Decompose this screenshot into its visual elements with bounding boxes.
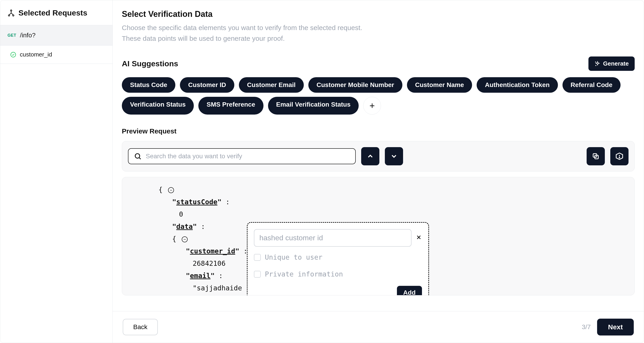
sidebar-header: Selected Requests xyxy=(0,0,112,25)
back-button[interactable]: Back xyxy=(123,319,158,335)
chip[interactable]: Customer ID xyxy=(180,77,234,93)
chip[interactable]: Authentication Token xyxy=(476,77,558,93)
chip[interactable]: Customer Email xyxy=(239,77,304,93)
subtitle-line-1: Choose the specific data elements you wa… xyxy=(122,24,362,32)
checkbox[interactable] xyxy=(254,254,261,261)
sidebar-title: Selected Requests xyxy=(18,8,87,17)
sidebar: Selected Requests GET /info? customer_id xyxy=(0,0,113,343)
step-indicator: 3/7 xyxy=(582,324,591,331)
check-circle-icon xyxy=(10,52,16,58)
chevron-down-icon xyxy=(390,152,398,160)
unique-label: Unique to user xyxy=(265,251,322,264)
unique-checkbox-row[interactable]: Unique to user xyxy=(254,251,422,264)
suggestions-header: AI Suggestions Generate xyxy=(122,56,635,71)
chip[interactable]: Verification Status xyxy=(122,97,194,114)
chevron-up-icon xyxy=(366,152,374,160)
svg-point-0 xyxy=(10,10,12,11)
search-input[interactable] xyxy=(146,152,350,160)
svg-point-4 xyxy=(135,154,140,158)
add-field-popover: Unique to user Private information Add xyxy=(247,222,429,296)
close-icon xyxy=(416,234,422,240)
close-button[interactable] xyxy=(416,234,422,242)
suggestion-chips: Status Code Customer ID Customer Email C… xyxy=(122,77,635,114)
request-row[interactable]: GET /info? xyxy=(0,25,112,46)
info-button[interactable] xyxy=(610,147,628,165)
chip[interactable]: Referral Code xyxy=(562,77,621,93)
chip[interactable]: SMS Preference xyxy=(198,97,263,114)
chip[interactable]: Email Verification Status xyxy=(268,97,359,114)
svg-point-8 xyxy=(619,158,620,158)
selected-field-name: customer_id xyxy=(20,51,52,58)
private-label: Private information xyxy=(265,268,343,280)
subtitle-line-2: These data points will be used to genera… xyxy=(122,34,285,42)
next-match-button[interactable] xyxy=(385,147,403,165)
json-line[interactable]: "statusCode" : xyxy=(131,196,625,208)
footer: Back 3/7 Next xyxy=(113,311,644,343)
copy-button[interactable] xyxy=(586,147,605,165)
json-key: customer_id xyxy=(190,247,235,255)
json-line: { − xyxy=(131,184,625,196)
alert-icon xyxy=(616,152,623,160)
checkbox[interactable] xyxy=(254,271,261,278)
generate-button[interactable]: Generate xyxy=(588,56,635,71)
content: Select Verification Data Choose the spec… xyxy=(113,0,644,311)
search-icon xyxy=(134,152,142,160)
tree-icon xyxy=(8,9,15,17)
app-frame: Selected Requests GET /info? customer_id… xyxy=(0,0,644,343)
suggestions-title: AI Suggestions xyxy=(122,59,178,68)
json-value: 0 xyxy=(131,208,625,220)
svg-point-3 xyxy=(11,52,16,57)
preview-title: Preview Request xyxy=(122,127,635,135)
search-panel xyxy=(122,141,635,172)
add-chip-button[interactable]: + xyxy=(363,97,381,114)
json-preview: { − "statusCode" : 0 "data" : { − "custo… xyxy=(122,177,635,296)
chip[interactable]: Customer Mobile Number xyxy=(308,77,402,93)
chip[interactable]: Customer Name xyxy=(407,77,472,93)
private-checkbox-row[interactable]: Private information xyxy=(254,268,422,280)
prev-match-button[interactable] xyxy=(361,147,380,165)
request-path: /info? xyxy=(20,32,36,39)
json-key: data xyxy=(176,222,193,230)
page-subtitle: Choose the specific data elements you wa… xyxy=(122,22,486,44)
json-key: email xyxy=(190,272,210,280)
generate-label: Generate xyxy=(603,60,629,67)
collapse-icon[interactable]: − xyxy=(182,236,188,242)
next-button[interactable]: Next xyxy=(597,319,634,336)
field-name-input[interactable] xyxy=(254,229,412,247)
selected-field-row[interactable]: customer_id xyxy=(0,46,112,64)
sparkle-icon xyxy=(594,61,600,67)
copy-icon xyxy=(592,152,600,160)
collapse-icon[interactable]: − xyxy=(168,187,174,193)
add-button[interactable]: Add xyxy=(397,286,422,296)
http-method-badge: GET xyxy=(8,33,16,38)
page-title: Select Verification Data xyxy=(122,9,635,19)
json-key: statusCode xyxy=(176,198,218,206)
chip[interactable]: Status Code xyxy=(122,77,175,93)
main: Select Verification Data Choose the spec… xyxy=(113,0,644,343)
search-box[interactable] xyxy=(128,148,356,164)
